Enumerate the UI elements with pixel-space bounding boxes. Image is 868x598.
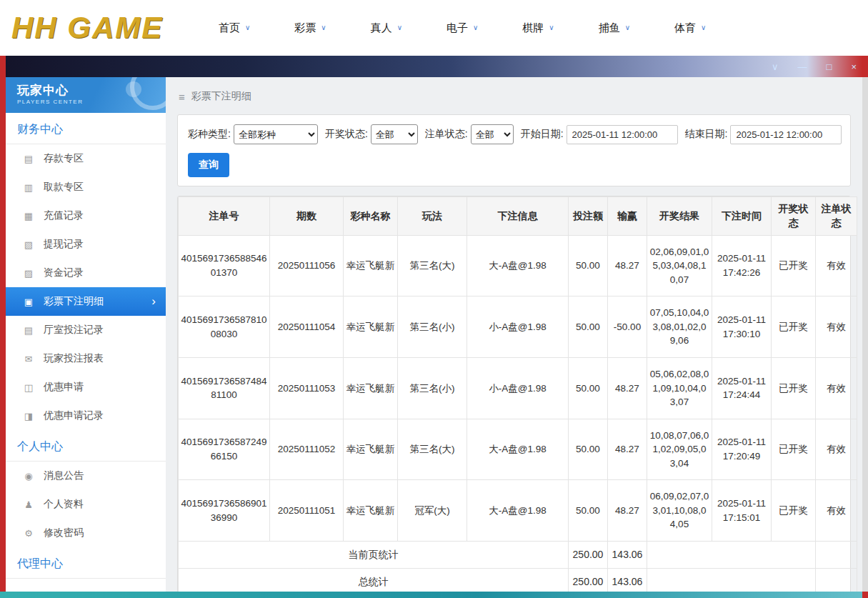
- recharge-icon: ▦: [23, 211, 34, 221]
- cell-draw-status: 已开奖: [772, 357, 816, 419]
- cell-win-loss: 48.27: [608, 419, 647, 480]
- filter-start-date: 开始日期:: [521, 125, 678, 144]
- cell-order-no: 401569173658781008030: [179, 296, 270, 358]
- cell-lottery-name: 幸运飞艇新: [344, 296, 398, 358]
- summary-bet-total: 250.00: [569, 569, 608, 592]
- end-date-input[interactable]: [730, 125, 842, 144]
- sidebar-item-label: 修改密码: [44, 527, 84, 539]
- draw-status-select[interactable]: 全部: [371, 124, 418, 144]
- nav-label: 彩票: [294, 21, 316, 35]
- sidebar-item-player-bet-report[interactable]: ✉ 玩家投注报表: [6, 344, 166, 373]
- bets-table: 注单号 期数 彩种名称 玩法 下注信息 投注额 输赢 开奖结果 下注时间 开奖状…: [178, 196, 857, 592]
- cell-bet-info: 大-A盘@1.98: [467, 419, 569, 480]
- lottery-type-select[interactable]: 全部彩种: [234, 124, 318, 144]
- minimize-icon[interactable]: —: [798, 61, 807, 72]
- nav-item-home[interactable]: 首页 ∨: [219, 21, 250, 35]
- col-header-bet-info: 下注信息: [467, 197, 569, 236]
- cell-bet-amount: 50.00: [569, 357, 608, 419]
- cell-play: 第三名(大): [398, 235, 467, 296]
- sidebar-item-label: 充值记录: [44, 209, 84, 222]
- sidebar-item-change-password[interactable]: ⚙ 修改密码: [6, 519, 166, 547]
- cell-lottery-name: 幸运飞艇新: [344, 419, 398, 480]
- bet-detail-icon: ▣: [23, 296, 34, 307]
- cell-draw-result: 02,06,09,01,05,03,04,08,10,07: [647, 235, 712, 296]
- cell-lottery-name: 幸运飞艇新: [344, 480, 398, 542]
- nav-item-board-games[interactable]: 棋牌 ∨: [522, 21, 554, 35]
- sidebar-item-cashout-records[interactable]: ▧ 提现记录: [6, 230, 166, 259]
- order-status-label: 注单状态:: [425, 128, 468, 141]
- cell-draw-result: 10,08,07,06,01,02,09,05,03,04: [647, 419, 712, 480]
- summary-bet-total: 250.00: [569, 542, 608, 569]
- bottom-strip: [0, 592, 868, 598]
- cell-bet-info: 小-A盘@1.98: [467, 296, 569, 358]
- cell-bet-time: 2025-01-11 17:15:01: [712, 480, 772, 542]
- main-content: ≡ 彩票下注明细 彩种类型: 全部彩种 开奖状态: 全部: [166, 77, 862, 592]
- sidebar-item-funds-records[interactable]: ▨ 资金记录: [6, 259, 166, 287]
- cell-draw-status: 已开奖: [772, 235, 816, 296]
- cell-order-no: 401569173658724966150: [179, 419, 270, 480]
- cell-play: 第三名(大): [398, 419, 467, 480]
- nav-item-live[interactable]: 真人 ∨: [371, 21, 402, 35]
- summary-empty: [816, 542, 857, 569]
- cell-lottery-name: 幸运飞艇新: [344, 357, 398, 419]
- app-window: HH GAME 首页 ∨ 彩票 ∨ 真人 ∨ 电子 ∨ 棋牌 ∨: [0, 0, 868, 598]
- cell-draw-status: 已开奖: [772, 296, 816, 358]
- funds-icon: ▨: [23, 268, 34, 279]
- sidebar-item-announcements[interactable]: ◉ 消息公告: [6, 462, 166, 490]
- cell-bet-amount: 50.00: [569, 235, 608, 296]
- page-summary-row: 当前页统计 250.00 143.06: [179, 542, 857, 569]
- cell-play: 第三名(小): [398, 357, 467, 419]
- cashout-icon: ▧: [23, 239, 34, 250]
- cell-bet-amount: 50.00: [569, 419, 608, 480]
- search-button[interactable]: 查询: [188, 153, 229, 177]
- summary-label: 总统计: [179, 569, 569, 592]
- sidebar-item-withdraw[interactable]: ▥ 取款专区: [6, 173, 166, 201]
- filter-draw-status: 开奖状态: 全部: [325, 124, 418, 144]
- cell-win-loss: 48.27: [608, 480, 647, 542]
- table-header-row: 注单号 期数 彩种名称 玩法 下注信息 投注额 输赢 开奖结果 下注时间 开奖状…: [179, 197, 857, 236]
- sidebar-item-label: 优惠申请: [44, 381, 84, 394]
- sidebar-item-hall-bet-records[interactable]: ▤ 厅室投注记录: [6, 316, 166, 344]
- sidebar-item-label: 彩票下注明细: [44, 295, 104, 308]
- window-chevron-icon[interactable]: ∨: [772, 61, 779, 72]
- sidebar-item-label: 个人资料: [44, 498, 84, 511]
- sidebar-section-personal[interactable]: 个人中心: [6, 430, 166, 462]
- nav-item-fishing[interactable]: 捕鱼 ∨: [599, 21, 630, 35]
- col-header-period: 期数: [270, 197, 344, 236]
- cell-draw-result: 06,09,02,07,03,01,10,08,04,05: [647, 480, 712, 542]
- table-row: 401569173658748481100 20250111053 幸运飞艇新 …: [179, 357, 857, 419]
- sidebar-item-label: 资金记录: [44, 266, 84, 279]
- brand-logo: HH GAME: [11, 11, 219, 45]
- sidebar-item-profile[interactable]: ♟ 个人资料: [6, 490, 166, 519]
- start-date-input[interactable]: [567, 125, 678, 144]
- cell-order-status: 有效: [816, 235, 857, 296]
- nav-item-sports[interactable]: 体育 ∨: [674, 21, 706, 35]
- grand-summary-row: 总统计 250.00 143.06: [179, 569, 857, 592]
- sidebar-section-agent[interactable]: 代理中心: [6, 547, 166, 579]
- nav-item-electronic[interactable]: 电子 ∨: [447, 21, 478, 35]
- cell-period: 20250111053: [270, 357, 344, 419]
- menu-icon[interactable]: ≡: [179, 91, 185, 103]
- cell-win-loss: -50.00: [608, 296, 647, 358]
- sidebar-section-finance[interactable]: 财务中心: [6, 113, 166, 144]
- cell-bet-time: 2025-01-11 17:42:26: [712, 235, 772, 296]
- nav-label: 体育: [674, 21, 696, 35]
- sidebar-item-recharge-records[interactable]: ▦ 充值记录: [6, 201, 166, 230]
- top-header: HH GAME 首页 ∨ 彩票 ∨ 真人 ∨ 电子 ∨ 棋牌 ∨: [0, 0, 868, 56]
- chevron-down-icon: ∨: [701, 24, 706, 31]
- body-row: 玩家中心 PLAYERS CENTER 财务中心 ▤ 存款专区 ▥ 取款专区 ▦…: [0, 77, 868, 592]
- profile-icon: ♟: [23, 499, 34, 510]
- maximize-icon[interactable]: □: [827, 61, 832, 72]
- cell-draw-result: 05,06,02,08,01,09,10,04,03,07: [647, 357, 712, 419]
- sidebar-item-promo-apply-records[interactable]: ◨ 优惠申请记录: [6, 402, 166, 430]
- chevron-down-icon: ∨: [245, 24, 250, 31]
- nav-item-lottery[interactable]: 彩票 ∨: [294, 21, 326, 35]
- col-header-draw-status: 开奖状态: [772, 197, 816, 236]
- announcement-icon: ◉: [23, 471, 34, 482]
- sidebar-item-deposit[interactable]: ▤ 存款专区: [6, 144, 166, 173]
- order-status-select[interactable]: 全部: [471, 124, 514, 144]
- sidebar-item-promo-apply[interactable]: ◫ 优惠申请: [6, 373, 166, 402]
- close-icon[interactable]: ×: [851, 61, 857, 72]
- sidebar-item-lottery-bet-detail[interactable]: ▣ 彩票下注明细 ›: [6, 287, 166, 316]
- cell-order-no: 401569173658854601370: [179, 235, 270, 296]
